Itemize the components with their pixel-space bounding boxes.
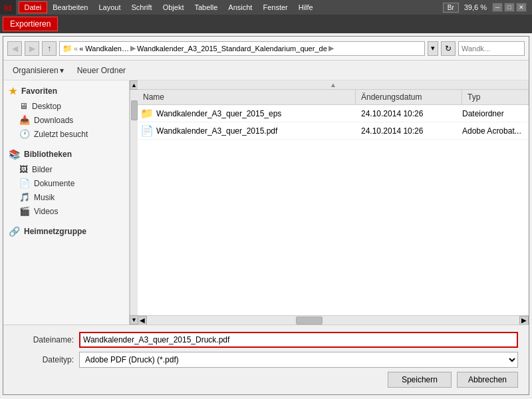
sidebar-section-favoriten[interactable]: ★ Favoriten bbox=[3, 83, 129, 99]
organize-arrow-icon: ▾ bbox=[60, 66, 64, 75]
path-segment-short: « Wandkalen… bbox=[79, 45, 129, 53]
path-dropdown[interactable]: ▾ bbox=[428, 41, 438, 56]
sidebar-section-favoriten-label: Favoriten bbox=[21, 86, 57, 96]
sidebar-scrollbar[interactable]: ▲ ▼ bbox=[130, 80, 138, 325]
path-segment-full: Wandkalender_A3_2015_Standard_Kalendariu… bbox=[137, 45, 327, 53]
file-name-0: Wandkalender_A3_quer_2015_eps bbox=[156, 109, 356, 118]
file-date-0: 24.10.2014 10:26 bbox=[356, 109, 462, 118]
win-close[interactable]: ✕ bbox=[516, 3, 527, 12]
sidebar-section-heimnetz-label: Heimnetzgruppe bbox=[24, 227, 86, 236]
sidebar-item-bilder[interactable]: 🖼 Bilder bbox=[3, 162, 129, 176]
window-controls: ─ □ ✕ bbox=[492, 3, 527, 12]
filename-label: Dateiname: bbox=[14, 335, 74, 344]
col-name-label: Name bbox=[143, 92, 164, 102]
bridge-button[interactable]: Br bbox=[443, 3, 459, 13]
filename-input[interactable] bbox=[79, 332, 518, 348]
file-type-0: Dateiordner bbox=[462, 109, 529, 118]
new-folder-button[interactable]: Neuer Ordner bbox=[73, 65, 130, 76]
sidebar-item-bilder-label: Bilder bbox=[32, 165, 53, 174]
desktop-icon: 🖥 bbox=[19, 101, 28, 111]
scroll-right-btn[interactable]: ▶ bbox=[519, 316, 529, 325]
horizontal-scrollbar[interactable]: ◀ ▶ bbox=[138, 315, 529, 325]
save-button[interactable]: Speichern bbox=[388, 372, 452, 388]
recent-icon: 🕐 bbox=[19, 129, 30, 139]
sidebar-section-heimnetz[interactable]: 🔗 Heimnetzgruppe bbox=[3, 223, 129, 239]
refresh-button[interactable]: ↻ bbox=[441, 41, 456, 56]
path-separator-3: ▶ bbox=[329, 44, 334, 53]
sidebar-item-downloads[interactable]: 📥 Downloads bbox=[3, 113, 129, 127]
music-icon: 🎵 bbox=[19, 192, 30, 202]
nav-forward-button[interactable]: ▶ bbox=[25, 41, 39, 56]
menu-bar: Datei Bearbeiten Layout Schrift Objekt T… bbox=[19, 1, 319, 13]
menu-schrift[interactable]: Schrift bbox=[126, 2, 158, 13]
path-separator-1: « bbox=[74, 45, 78, 53]
app-logo: Id bbox=[0, 0, 16, 15]
sidebar-item-zuletzt-label: Zuletzt besucht bbox=[34, 130, 88, 139]
organize-button[interactable]: Organisieren ▾ bbox=[9, 65, 68, 76]
folder-icon: 📁 bbox=[63, 44, 72, 53]
action-bar: Organisieren ▾ Neuer Ordner bbox=[3, 61, 529, 80]
scroll-left-btn[interactable]: ◀ bbox=[138, 316, 147, 325]
menu-tabelle[interactable]: Tabelle bbox=[189, 2, 223, 13]
menu-ansicht[interactable]: Ansicht bbox=[223, 2, 257, 13]
file-date-1: 24.10.2014 10:26 bbox=[356, 126, 462, 136]
path-box[interactable]: 📁 « « Wandkalen… ▶ Wandkalender_A3_2015_… bbox=[59, 41, 425, 56]
scroll-thumb-h[interactable] bbox=[296, 317, 323, 325]
library-icon: 📚 bbox=[9, 149, 20, 160]
sidebar-item-zuletzt[interactable]: 🕐 Zuletzt besucht bbox=[3, 127, 129, 141]
col-date-label: Änderungsdatum bbox=[361, 92, 422, 102]
win-minimize[interactable]: ─ bbox=[492, 3, 503, 12]
file-list: 📁 Wandkalender_A3_quer_2015_eps 24.10.20… bbox=[138, 105, 529, 315]
address-bar: ◀ ▶ ↑ 📁 « « Wandkalen… ▶ Wandkalender_A3… bbox=[3, 37, 529, 61]
menu-layout[interactable]: Layout bbox=[93, 2, 126, 13]
path-separator-2: ▶ bbox=[130, 44, 136, 53]
col-date-header[interactable]: Änderungsdatum bbox=[356, 90, 462, 104]
menu-objekt[interactable]: Objekt bbox=[158, 2, 190, 13]
scroll-thumb[interactable] bbox=[131, 100, 138, 120]
menu-hilfe[interactable]: Hilfe bbox=[293, 2, 319, 13]
menu-bearbeiten[interactable]: Bearbeiten bbox=[47, 2, 93, 13]
sidebar-item-videos[interactable]: 🎬 Videos bbox=[3, 204, 129, 218]
filetype-row: Dateityp: Adobe PDF (Druck) (*.pdf) bbox=[14, 352, 518, 368]
zoom-level: 39,6 % bbox=[464, 3, 487, 11]
file-list-container: ▲ Name Änderungsdatum Typ 📁 Wandkalender… bbox=[138, 80, 529, 325]
filetype-select[interactable]: Adobe PDF (Druck) (*.pdf) bbox=[79, 352, 518, 368]
col-type-label: Typ bbox=[467, 92, 480, 102]
sidebar-item-videos-label: Videos bbox=[34, 207, 58, 216]
sort-arrow-bar: ▲ bbox=[138, 80, 529, 90]
menu-fenster[interactable]: Fenster bbox=[257, 2, 293, 13]
sidebar-item-downloads-label: Downloads bbox=[34, 116, 73, 125]
title-bar-right: Br 39,6 % ─ □ ✕ bbox=[443, 3, 532, 13]
nav-back-button[interactable]: ◀ bbox=[7, 41, 22, 56]
bottom-form: Dateiname: Dateityp: Adobe PDF (Druck) (… bbox=[3, 325, 529, 394]
search-input[interactable] bbox=[458, 41, 525, 56]
file-list-header: Name Änderungsdatum Typ bbox=[138, 90, 529, 105]
sidebar-item-musik[interactable]: 🎵 Musik bbox=[3, 190, 129, 204]
file-type-1: Adobe Acrobat... bbox=[462, 126, 529, 136]
menu-datei[interactable]: Datei bbox=[19, 1, 48, 13]
sidebar-item-desktop-label: Desktop bbox=[32, 102, 61, 111]
pictures-icon: 🖼 bbox=[19, 164, 28, 174]
sidebar-item-desktop[interactable]: 🖥 Desktop bbox=[3, 99, 129, 113]
toolbar: Exportieren bbox=[0, 15, 532, 33]
file-row-1[interactable]: 📄 Wandkalender_A3_quer_2015.pdf 24.10.20… bbox=[138, 122, 529, 140]
sort-up-arrow: ▲ bbox=[330, 81, 336, 88]
export-button[interactable]: Exportieren bbox=[3, 17, 58, 31]
filename-row: Dateiname: bbox=[14, 332, 518, 348]
cancel-button[interactable]: Abbrechen bbox=[457, 372, 518, 388]
save-dialog: ◀ ▶ ↑ 📁 « « Wandkalen… ▶ Wandkalender_A3… bbox=[3, 36, 529, 395]
filetype-label: Dateityp: bbox=[14, 355, 74, 364]
col-type-header[interactable]: Typ bbox=[462, 90, 529, 104]
title-bar: Id Datei Bearbeiten Layout Schrift Objek… bbox=[0, 0, 532, 15]
sidebar-item-dokumente[interactable]: 📄 Dokumente bbox=[3, 176, 129, 190]
nav-up-button[interactable]: ↑ bbox=[42, 41, 57, 56]
file-row-0[interactable]: 📁 Wandkalender_A3_quer_2015_eps 24.10.20… bbox=[138, 105, 529, 122]
documents-icon: 📄 bbox=[19, 178, 30, 188]
file-name-1: Wandkalender_A3_quer_2015.pdf bbox=[156, 126, 356, 136]
sidebar-item-dokumente-label: Dokumente bbox=[34, 179, 74, 188]
file-icon-0: 📁 bbox=[138, 107, 156, 120]
win-restore[interactable]: □ bbox=[504, 3, 515, 12]
scroll-track[interactable] bbox=[147, 316, 519, 325]
col-name-header[interactable]: Name bbox=[138, 90, 356, 104]
sidebar-section-bibliotheken[interactable]: 📚 Bibliotheken bbox=[3, 146, 129, 162]
